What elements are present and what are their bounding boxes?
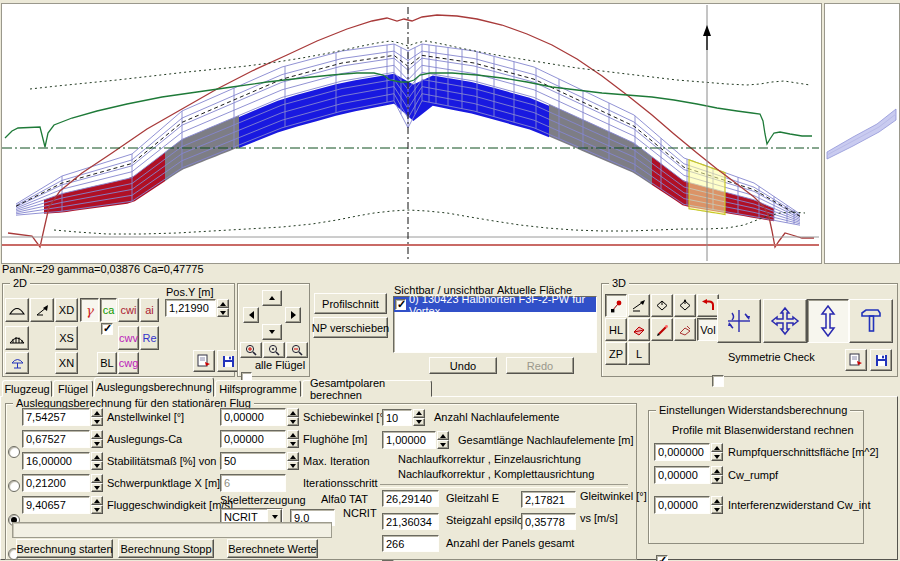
tab-hilfsprogramme[interactable]: Hilfsprogramme: [215, 380, 301, 397]
tab-flugzeug[interactable]: Flugzeug: [2, 380, 52, 397]
tab-auslegungsberechnung[interactable]: Auslegungsberechnung: [94, 377, 214, 397]
wing-3d-preview[interactable]: [824, 3, 900, 264]
l-button[interactable]: L: [628, 342, 650, 365]
surface-list-item[interactable]: 0) 130423 Halbhorten F3F-2-PW für Vortex: [394, 297, 596, 312]
planform-view[interactable]: [1, 3, 822, 264]
cwi-button[interactable]: cwi: [118, 298, 139, 322]
tab-gesamtpolaren[interactable]: Gesamtpolaren berechnen: [302, 380, 432, 397]
undo-button[interactable]: Undo: [429, 357, 497, 374]
pick-point-button[interactable]: [605, 294, 627, 317]
steigzahl-output: 21,36034: [382, 513, 439, 530]
schwerpunktlage-input[interactable]: 0,21200: [22, 474, 90, 492]
flughoehe-input[interactable]: 0,00000: [220, 430, 286, 448]
posy-spinner[interactable]: [217, 299, 229, 317]
gesamtlaenge-input[interactable]: 1,00000: [382, 431, 436, 449]
cw-rumpf-input[interactable]: 0,00000: [654, 466, 710, 484]
panel-flip-button[interactable]: [674, 318, 696, 341]
redo-button[interactable]: Redo: [506, 357, 574, 374]
xd-button[interactable]: XD: [55, 298, 78, 322]
pan-up-button[interactable]: [262, 290, 282, 306]
cwg-button[interactable]: cwg: [118, 352, 139, 374]
xn-button[interactable]: XN: [55, 352, 78, 374]
zoom-vertical-button[interactable]: [807, 299, 849, 343]
auslegungs-ca-input[interactable]: 0,67527: [22, 430, 90, 448]
export-3d-button[interactable]: [845, 349, 867, 371]
schiebewinkel-spinner[interactable]: [287, 408, 299, 426]
toolbar-3d-legend: 3D: [609, 277, 629, 289]
berechnete-werte-button[interactable]: Berechnete Werte: [227, 539, 318, 558]
fluggeschwindigkeit-input[interactable]: 9,40657: [22, 496, 90, 514]
gesamtlaenge-label: Gesamtlänge Nachlaufelemente [m]: [458, 434, 633, 447]
profilschnitt-button[interactable]: Profilschnitt: [314, 293, 387, 314]
anstellwinkel-input[interactable]: 7,54257: [22, 408, 90, 426]
surface-visible-checkbox[interactable]: [395, 299, 406, 310]
stabilitaetsmass-input[interactable]: 16,00000: [22, 452, 90, 470]
zoom-out-button[interactable]: [286, 342, 308, 358]
cwv-button[interactable]: cwv: [118, 326, 139, 350]
umbrella-view-button[interactable]: [5, 352, 29, 374]
hl-button[interactable]: HL: [605, 318, 627, 341]
gesamtlaenge-spinner[interactable]: [437, 431, 449, 449]
rumpf-flaeche-spinner[interactable]: [711, 443, 723, 461]
schiebewinkel-input[interactable]: 0,00000: [220, 408, 286, 426]
pan-left-button[interactable]: [243, 307, 259, 323]
interferenz-spinner[interactable]: [711, 496, 723, 514]
rotate-panel-y-button[interactable]: [674, 294, 696, 317]
ca-checkbox[interactable]: [101, 323, 113, 335]
zoom-in-button[interactable]: [240, 342, 262, 358]
rumpf-flaeche-input[interactable]: 0,000000: [654, 443, 710, 461]
surface-listbox[interactable]: 0) 130423 Halbhorten F3F-2-PW für Vortex: [393, 296, 597, 353]
ai-button[interactable]: ai: [140, 298, 159, 322]
max-iteration-label: Max. Iteration: [303, 455, 370, 468]
vs-output: 0,35778: [521, 513, 576, 530]
radio-auslegungs-ca[interactable]: [8, 480, 20, 492]
pan-down-button[interactable]: [262, 324, 282, 340]
cw-rumpf-spinner[interactable]: [711, 466, 723, 484]
pen-icon: [656, 324, 669, 336]
gamma-button[interactable]: γ: [80, 298, 99, 322]
ca-button[interactable]: ca: [100, 298, 117, 322]
berechnung-stopp-button[interactable]: Berechnung Stopp: [118, 539, 214, 558]
zoom-100-button[interactable]: [263, 342, 285, 358]
bl-button[interactable]: BL: [97, 352, 117, 374]
rotate-panel-x-button[interactable]: [651, 294, 673, 317]
zp-button[interactable]: ZP: [605, 342, 627, 365]
panel-normal-button[interactable]: [628, 318, 650, 341]
max-iteration-input[interactable]: 50: [220, 452, 286, 470]
rotate-3d-button[interactable]: [717, 299, 761, 343]
re-button[interactable]: Re: [140, 326, 159, 350]
np-verschieben-button[interactable]: NP verschieben: [313, 317, 388, 338]
shear-view-button[interactable]: [628, 294, 650, 317]
tab-fluegel[interactable]: Flügel: [53, 380, 93, 397]
pan-3d-button[interactable]: [763, 299, 807, 343]
zoom-out-icon: [291, 344, 303, 356]
pan-right-button[interactable]: [285, 307, 301, 323]
anstellwinkel-spinner[interactable]: [91, 408, 103, 426]
blasenwiderstand-checkbox[interactable]: [656, 555, 668, 561]
build-3d-button[interactable]: [849, 299, 893, 343]
export-2d-button[interactable]: [193, 350, 215, 372]
save-2d-button[interactable]: [217, 350, 239, 372]
airfoil-view-button[interactable]: [5, 298, 29, 322]
berechnung-starten-button[interactable]: Berechnung starten: [16, 539, 113, 558]
save-3d-button[interactable]: [870, 349, 892, 371]
umbrella-icon: [10, 357, 25, 370]
alpha-plot-button[interactable]: [30, 298, 54, 322]
reset-view-button[interactable]: [697, 294, 719, 317]
max-iteration-spinner[interactable]: [287, 452, 299, 470]
flughoehe-spinner[interactable]: [287, 430, 299, 448]
mesh-view-button[interactable]: [5, 326, 29, 350]
radio-anstellwinkel[interactable]: [8, 446, 20, 458]
interferenz-input[interactable]: 0,00000: [654, 496, 710, 514]
fluggeschwindigkeit-spinner[interactable]: [91, 496, 103, 514]
stabilitaetsmass-spinner[interactable]: [91, 452, 103, 470]
symmetrie-check-checkbox[interactable]: [712, 375, 724, 387]
vol-button[interactable]: Vol: [697, 318, 719, 341]
anzahl-nachlauf-input[interactable]: 10: [382, 409, 412, 426]
anzahl-nachlauf-spinner[interactable]: [413, 409, 425, 426]
pen-button[interactable]: [651, 318, 673, 341]
schwerpunktlage-spinner[interactable]: [91, 474, 103, 492]
posy-input[interactable]: 1,21990: [165, 299, 216, 317]
auslegungs-ca-spinner[interactable]: [91, 430, 103, 448]
xs-button[interactable]: XS: [55, 326, 78, 350]
